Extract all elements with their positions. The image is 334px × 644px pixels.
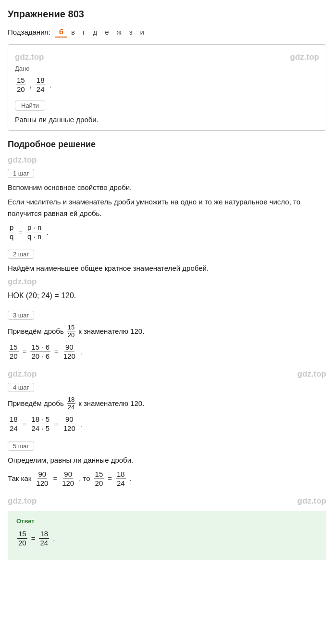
page-title: Упражнение 803 [8,9,326,20]
step-4-frac-inline: 18 24 [67,396,75,411]
step-3-formula: 15 20 = 15 · 6 20 · 6 = 90 120 . [8,343,326,361]
step-5-formula: Так как 90 120 = 90 120 , то 15 20 = 18 … [8,470,326,488]
step-4-badge: 4 шаг [8,383,34,392]
step-1-text2: Если числитель и знаменатель дроби умнож… [8,196,326,219]
given-comma: , [30,81,32,89]
step-5-frac1: 90 120 [35,470,49,488]
watermark-4: gdz.top [8,277,37,287]
answer-formula: 15 20 = 18 24 . [16,530,318,547]
subtasks-label: Подзадания: [8,28,50,36]
step-1-formula: p q = p · n q · n . [8,223,326,241]
step-4: 4 шаг Приведём дробь 18 24 к знаменателю… [8,383,326,433]
step-5-text1: Определим, равны ли данные дроби. [8,455,326,466]
watermark-7: gdz.top [8,496,37,506]
given-label: Дано [15,65,319,72]
answer-label: Ответ [16,518,318,525]
step-5-frac3: 15 20 [94,470,104,488]
step-3-frac-inline: 15 20 [67,324,75,339]
step-5-frac2: 90 120 [61,470,75,488]
step-3-badge: 3 шаг [8,311,34,320]
watermark-2: gdz.top [290,52,319,62]
subtask-tab-g[interactable]: г [79,27,89,37]
watermark-3: gdz.top [8,155,37,165]
answer-box: Ответ 15 20 = 18 24 . [8,511,326,560]
answer-frac1: 15 20 [17,530,27,547]
watermark-1: gdz.top [15,52,44,62]
step-4-intro: Приведём дробь 18 24 к знаменателю 120. [8,396,326,411]
given-dot: . [49,81,51,89]
step-2-text1: Найдём наименьшее общее кратное знаменат… [8,263,326,274]
step-1-text1: Вспомним основное свойство дроби. [8,182,326,193]
step-4-frac2: 18 · 5 24 · 5 [30,415,50,433]
given-frac-1: 15 20 [16,76,26,94]
step-4-frac3: 90 120 [62,415,76,433]
step-3: 3 шаг Приведём дробь 15 20 к знаменателю… [8,311,326,361]
step-5: 5 шаг Определим, равны ли данные дроби. … [8,442,326,488]
formula-pn-qn: p · n q · n [26,223,42,241]
subtask-tab-d[interactable]: д [89,27,101,37]
watermark-6: gdz.top [297,369,326,379]
subtask-tab-zh[interactable]: ж [113,27,125,37]
step-4-frac1: 18 24 [9,415,19,433]
subtask-tab-e[interactable]: е [101,27,112,37]
subtask-tab-i[interactable]: и [136,27,148,37]
subtask-tab-v[interactable]: в [67,27,79,37]
step-1-badge: 1 шаг [8,169,34,178]
watermark-5: gdz.top [8,369,37,379]
step-3-frac3: 90 120 [62,343,76,361]
equals-sign-1: = [18,228,23,236]
step-4-formula: 18 24 = 18 · 5 24 · 5 = 90 120 . [8,415,326,433]
step-1: 1 шаг Вспомним основное свойство дроби. … [8,169,326,241]
formula-p-q: p q [9,223,14,241]
answer-frac2: 18 24 [39,530,49,547]
step-2: 2 шаг Найдём наименьшее общее кратное зн… [8,250,326,302]
step-2-formula: НОК (20; 24) = 120. [8,290,326,302]
step-3-intro: Приведём дробь 15 20 к знаменателю 120. [8,324,326,339]
step-5-frac4: 18 24 [116,470,126,488]
formula-dot: . [46,228,48,236]
step-3-frac2: 15 · 6 20 · 6 [30,343,50,361]
given-frac-2: 18 24 [36,76,46,94]
subtask-tab-z[interactable]: з [125,27,136,37]
solution-title: Подробное решение [8,139,326,150]
step-3-frac1: 15 20 [9,343,19,361]
find-text: Равны ли данные дроби. [15,115,319,124]
step-2-badge: 2 шаг [8,250,34,259]
subtask-tab-b[interactable]: б [55,26,67,38]
step-5-badge: 5 шаг [8,442,34,451]
given-box: gdz.top gdz.top Дано 15 20 , 18 24 . Най… [8,44,326,131]
watermark-8: gdz.top [297,496,326,506]
find-label: Найти [15,101,45,111]
